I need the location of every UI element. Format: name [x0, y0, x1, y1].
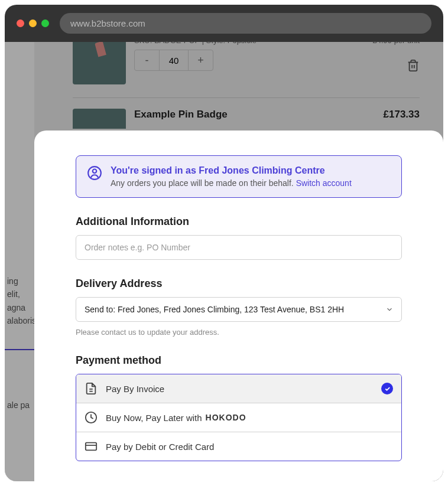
delivery-address-title: Delivery Address — [76, 278, 402, 290]
close-window-button[interactable] — [17, 19, 24, 27]
minimize-window-button[interactable] — [29, 19, 37, 27]
credit-card-icon — [85, 440, 98, 453]
delivery-address-select[interactable]: Send to: Fred Jones, Fred Jones Climbing… — [76, 297, 402, 322]
payment-option-invoice[interactable]: Pay By Invoice — [76, 374, 401, 403]
payment-label: Buy Now, Pay Later with HOKODO — [106, 413, 246, 423]
checkout-modal: You're signed in as Fred Jones Climbing … — [34, 131, 443, 481]
payment-label: Pay by Debit or Credit Card — [106, 442, 214, 452]
title-bar: www.b2bstore.com — [5, 5, 443, 42]
browser-window: www.b2bstore.com ing elit, agna alaboris… — [5, 5, 443, 481]
clock-icon — [85, 411, 98, 424]
payment-label: Pay By Invoice — [106, 384, 164, 394]
address-hint: Please contact us to update your address… — [76, 328, 402, 337]
maximize-window-button[interactable] — [41, 19, 49, 27]
payment-options: Pay By Invoice Buy Now, Pay Later with H… — [76, 374, 402, 461]
signed-in-banner: You're signed in as Fred Jones Climbing … — [76, 155, 402, 198]
svg-rect-3 — [86, 443, 96, 451]
hokodo-brand: HOKODO — [206, 413, 246, 422]
payment-option-card[interactable]: Pay by Debit or Credit Card — [76, 432, 401, 461]
traffic-lights — [17, 19, 49, 27]
invoice-icon — [85, 382, 98, 395]
payment-method-title: Payment method — [76, 354, 402, 367]
svg-point-1 — [93, 169, 97, 174]
banner-title: You're signed in as Fred Jones Climbing … — [111, 165, 352, 176]
address-bar[interactable]: www.b2bstore.com — [60, 13, 431, 34]
user-circle-icon — [87, 165, 102, 181]
order-notes-input[interactable] — [76, 235, 402, 260]
payment-option-bnpl[interactable]: Buy Now, Pay Later with HOKODO — [76, 403, 401, 432]
switch-account-link[interactable]: Switch account — [296, 178, 352, 188]
selected-check-icon — [381, 383, 393, 394]
additional-info-title: Additional Information — [76, 216, 402, 228]
page-content: ing elit, agna alaboris ale pa SKU: BADG… — [5, 42, 443, 481]
banner-subtitle: Any orders you place will be made on the… — [111, 178, 352, 188]
